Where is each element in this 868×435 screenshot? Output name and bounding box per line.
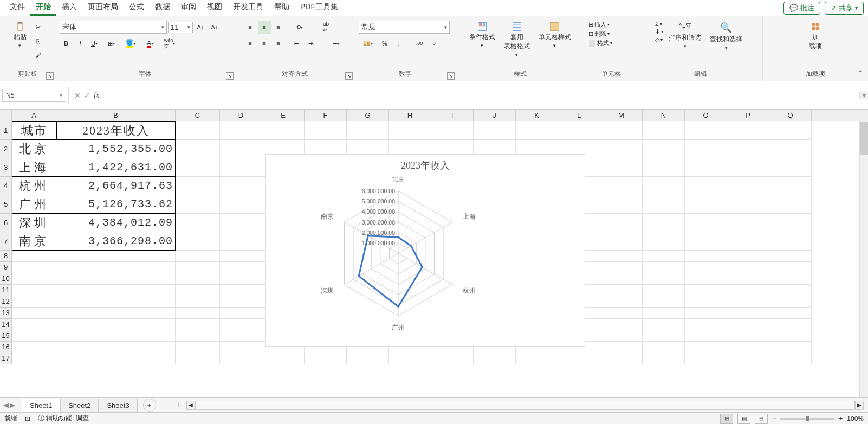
cell-K1[interactable] [516,121,558,140]
cell-D6[interactable] [220,214,262,232]
cell-E17[interactable] [262,353,305,364]
italic-button[interactable]: I [74,37,87,50]
merge-button[interactable]: ⬌▾ [327,37,346,50]
cells-area[interactable]: 城市2023年收入 北京1,552,355.00上海1,422,631.00杭州… [12,121,868,397]
menu-item-10[interactable]: PDF工具集 [295,0,344,16]
cell-O9[interactable] [685,262,727,273]
vertical-scrollbar[interactable] [859,121,868,397]
row-header-11[interactable]: 11 [0,285,12,296]
align-top-button[interactable]: ≡ [244,21,257,34]
cell-C4[interactable] [176,177,220,195]
font-size-combo[interactable]: 11▾ [168,22,193,33]
row-header-6[interactable]: 6 [0,214,12,232]
cell-B8[interactable] [56,251,176,262]
cell-B6[interactable]: 4,384,012.09 [56,214,176,232]
cell-P8[interactable] [727,251,769,262]
cell-A12[interactable] [12,296,56,308]
cell-A2[interactable]: 北京 [12,140,56,158]
delete-cells-button[interactable]: ⊟删除▾ [588,30,610,38]
row-header-14[interactable]: 14 [0,319,12,330]
cell-M15[interactable] [600,330,643,342]
cell-M7[interactable] [600,232,643,251]
percent-button[interactable]: % [378,37,391,50]
cell-M17[interactable] [600,353,643,364]
cell-D13[interactable] [220,308,262,319]
cell-C16[interactable] [176,342,220,353]
cell-B4[interactable]: 2,664,917.63 [56,177,176,195]
align-left-button[interactable]: ≡ [244,37,257,50]
cell-B17[interactable] [56,353,176,364]
cell-C8[interactable] [176,251,220,262]
cell-P1[interactable] [727,121,769,140]
cell-M12[interactable] [600,296,643,308]
cell-B11[interactable] [56,285,176,296]
row-header-4[interactable]: 4 [0,177,12,195]
cell-P6[interactable] [727,214,769,232]
cell-P9[interactable] [727,262,769,273]
comment-button[interactable]: 💬 批注 [783,2,820,15]
cell-Q3[interactable] [769,158,812,177]
cell-B13[interactable] [56,308,176,319]
cell-Q15[interactable] [769,330,812,342]
cell-B3[interactable]: 1,422,631.00 [56,158,176,177]
cell-A4[interactable]: 杭州 [12,177,56,195]
cell-D16[interactable] [220,342,262,353]
underline-button[interactable]: U▾ [88,37,101,50]
zoom-value[interactable]: 100% [847,415,864,423]
col-header-J[interactable]: J [474,110,516,121]
cell-D14[interactable] [220,319,262,330]
cell-C12[interactable] [176,296,220,308]
col-header-L[interactable]: L [558,110,600,121]
cell-B2[interactable]: 1,552,355.00 [56,140,176,158]
align-middle-button[interactable]: ≡ [258,21,271,34]
menu-item-1[interactable]: 开始 [30,0,56,16]
col-header-Q[interactable]: Q [769,110,812,121]
cell-Q17[interactable] [769,353,812,364]
expand-formula-bar-button[interactable]: ▾ [859,92,868,99]
cell-N8[interactable] [643,251,685,262]
cell-B14[interactable] [56,319,176,330]
cell-A1[interactable]: 城市 [12,121,56,140]
menu-item-8[interactable]: 开发工具 [228,0,269,16]
cell-Q7[interactable] [769,232,812,251]
cell-O15[interactable] [685,330,727,342]
cell-O1[interactable] [685,121,727,140]
embedded-chart[interactable]: 2023年收入 1,000,000.002,000,000.003,000,00… [265,154,585,347]
cell-O13[interactable] [685,308,727,319]
cell-B10[interactable] [56,273,176,285]
cell-B12[interactable] [56,296,176,308]
cell-A5[interactable]: 广州 [12,195,56,214]
autosum-button[interactable]: Σ▾ [655,21,663,27]
cell-M5[interactable] [600,195,643,214]
cell-D12[interactable] [220,296,262,308]
cell-G1[interactable] [347,121,389,140]
menu-item-5[interactable]: 数据 [150,0,176,16]
cell-C1[interactable] [176,121,220,140]
cell-N15[interactable] [643,330,685,342]
cell-O10[interactable] [685,273,727,285]
cell-C5[interactable] [176,195,220,214]
accounting-button[interactable]: 💴▾ [359,37,377,50]
col-header-A[interactable]: A [12,110,56,121]
align-launcher[interactable]: ↘ [345,72,353,80]
menu-item-2[interactable]: 插入 [56,0,82,16]
cell-O7[interactable] [685,232,727,251]
addin-button[interactable]: 加 载项 [806,21,825,52]
col-header-O[interactable]: O [685,110,727,121]
outdent-button[interactable]: ⇤ [290,37,303,50]
cell-D2[interactable] [220,140,262,158]
accept-formula-button[interactable]: ✓ [84,91,90,100]
cell-D8[interactable] [220,251,262,262]
col-header-K[interactable]: K [516,110,558,121]
comma-button[interactable]: , [392,37,405,50]
cell-N16[interactable] [643,342,685,353]
cell-A15[interactable] [12,330,56,342]
sort-filter-button[interactable]: ᴬᴢ▽ 排序和筛选▾ [665,21,704,50]
cell-D9[interactable] [220,262,262,273]
cell-N14[interactable] [643,319,685,330]
accessibility-status[interactable]: ⓘ 辅助功能: 调查 [38,414,89,423]
cell-D17[interactable] [220,353,262,364]
insert-cells-button[interactable]: ⊞插入▾ [588,21,610,29]
col-header-P[interactable]: P [727,110,769,121]
cell-Q9[interactable] [769,262,812,273]
